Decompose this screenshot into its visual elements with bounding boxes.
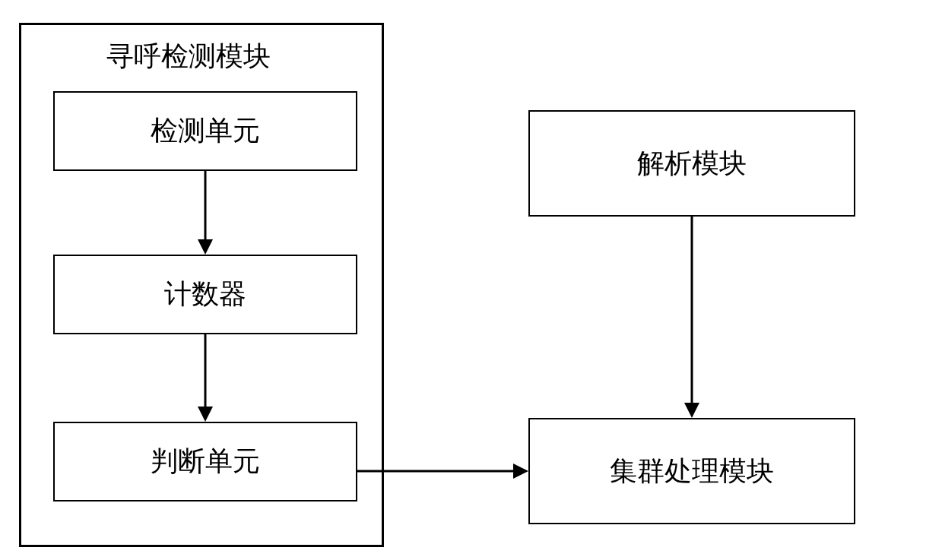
cluster-module-box: 集群处理模块 <box>528 418 855 524</box>
counter-box: 计数器 <box>53 255 357 334</box>
parse-module-box: 解析模块 <box>528 110 855 217</box>
cluster-module-label: 集群处理模块 <box>610 453 774 490</box>
detect-unit-box: 检测单元 <box>53 91 357 171</box>
parse-module-label: 解析模块 <box>637 145 747 182</box>
svg-marker-5 <box>513 464 528 479</box>
svg-marker-7 <box>684 403 699 418</box>
judge-unit-box: 判断单元 <box>53 422 357 501</box>
detect-unit-label: 检测单元 <box>151 112 260 150</box>
arrow-counter-to-judge <box>203 334 208 422</box>
arrow-judge-to-cluster <box>357 469 528 473</box>
judge-unit-label: 判断单元 <box>151 443 260 480</box>
arrow-detect-to-counter <box>203 171 208 255</box>
arrow-parse-to-cluster <box>690 217 694 418</box>
counter-label: 计数器 <box>164 276 246 313</box>
paging-detection-module-title: 寻呼检测模块 <box>106 38 271 75</box>
